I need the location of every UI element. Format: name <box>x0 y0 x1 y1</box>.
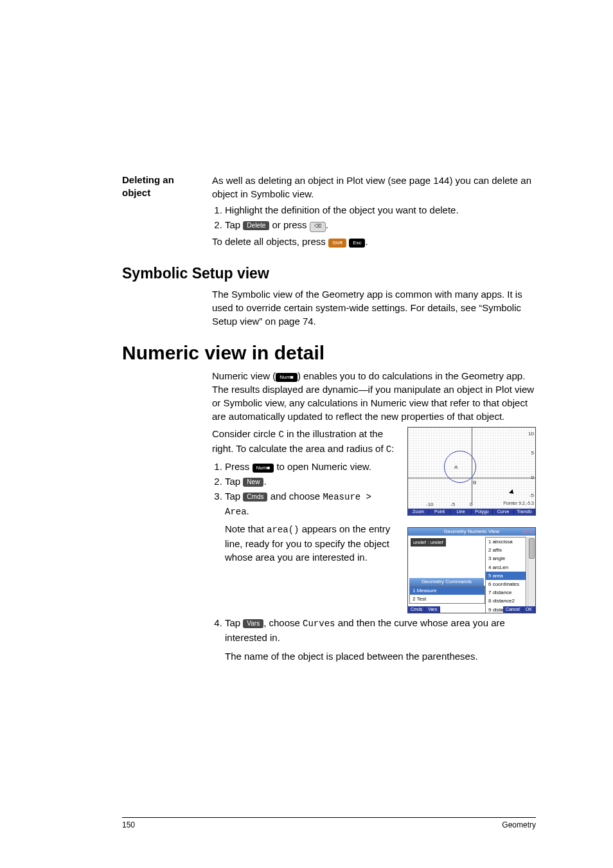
s4b: , choose <box>263 617 303 628</box>
delete-all-prefix: To delete all objects, press <box>212 236 328 247</box>
subitem-1[interactable]: 1 abscissa <box>486 538 526 546</box>
plot-circle-C <box>444 451 476 483</box>
plot-tb-point[interactable]: Point <box>429 509 450 515</box>
s2b: . <box>263 476 266 487</box>
numeric-wrap: Consider circle C in the illustration at… <box>212 427 536 613</box>
step3-note: Note that area() appears on the entry li… <box>225 522 398 564</box>
num-key-icon-2[interactable]: Num■ <box>253 464 274 473</box>
s2a: Tap <box>225 476 243 487</box>
subitem-8[interactable]: 8 distance2 <box>486 597 526 605</box>
xtick--5: -5 <box>450 501 455 508</box>
numeric-steps: Press Num■ to open Numeric view. Tap New… <box>212 460 398 564</box>
s3a: Tap <box>225 491 243 502</box>
symbolic-setup-text: The Symbolic view of the Geometry app is… <box>212 287 536 328</box>
deleting-step-1: Highlight the definition of the object y… <box>225 203 536 217</box>
bot-spacer <box>440 606 503 613</box>
numeric-body: Numeric view (Num■) enables you to do ca… <box>212 369 536 663</box>
s1a: Press <box>225 461 253 472</box>
numeric-step-3: Tap Cmds and choose Measure > Area. Note… <box>225 489 398 564</box>
bot-cmds[interactable]: Cmds <box>408 606 425 613</box>
numeric-view-screenshot: Geometry Numeric View 07:48 undef : unde… <box>407 527 536 613</box>
plot-label-A: A <box>454 464 458 471</box>
vars-softkey[interactable]: Vars <box>243 619 263 628</box>
numview-geocmds-bar: Geometry Commands <box>409 578 484 586</box>
numeric-step-1: Press Num■ to open Numeric view. <box>225 460 398 473</box>
numview-leftmenu[interactable]: 1 Measure 2 Test <box>409 586 485 604</box>
deleting-intro: As well as deleting an object in Plot vi… <box>212 174 536 201</box>
xtick-0: 0 <box>470 501 472 508</box>
numeric-step-4: Tap Vars, choose Curves and then the cur… <box>225 616 536 663</box>
leftmenu-measure[interactable]: 1 Measure <box>410 586 484 595</box>
numview-title: Geometry Numeric View <box>408 528 535 536</box>
plot-tb-curve[interactable]: Curve <box>493 509 514 515</box>
symbolic-setup-body: The Symbolic view of the Geometry app is… <box>212 287 536 328</box>
step2-or-press: or press <box>272 219 309 230</box>
numview-time: 07:48 <box>522 529 534 536</box>
page-footer: 150 Geometry <box>122 817 536 829</box>
heading-numeric-view: Numeric view in detail <box>122 342 536 364</box>
numeric-p1a: Numeric view ( <box>212 370 276 381</box>
plot-toolbar[interactable]: Zoom Point Line Polygo Curve Transfo <box>408 509 535 515</box>
subitem-4[interactable]: 4 arcLen <box>486 563 526 572</box>
curves-code: Curves <box>303 619 335 629</box>
p2a: Consider circle <box>212 428 278 439</box>
numview-submenu[interactable]: 1 abscissa 2 affix 3 angle 4 arcLen 5 ar… <box>485 537 526 613</box>
ytick-0: 0 <box>531 474 534 481</box>
subitem-5-area[interactable]: 5 area <box>486 572 526 580</box>
subitem-2[interactable]: 2 affix <box>486 546 526 554</box>
subitem-6[interactable]: 6 coordinates <box>486 580 526 588</box>
bot-ok[interactable]: OK <box>523 606 535 613</box>
s4a: Tap <box>225 617 243 628</box>
p2c: : <box>391 443 394 454</box>
plot-tb-transfo[interactable]: Transfo <box>514 509 535 515</box>
xtick--10: -10 <box>426 501 434 508</box>
subitem-7[interactable]: 7 distance <box>486 588 526 597</box>
code-C1: C <box>278 429 283 440</box>
shift-key-icon[interactable]: Shift <box>328 239 346 248</box>
footer-page-number: 150 <box>122 820 135 829</box>
bot-cancel[interactable]: Cancel <box>503 606 523 613</box>
figures: A B 10 5 0 -5 -10 -5 0 Pointer 9.2,-5.3 … <box>407 427 536 613</box>
deleting-step-2: Tap Delete or press ⌫. <box>225 218 536 232</box>
plot-pointer-readout: Pointer 9.2,-5.3 <box>503 500 534 507</box>
numeric-p2: Consider circle C in the illustration at… <box>212 427 398 456</box>
plot-view-screenshot: A B 10 5 0 -5 -10 -5 0 Pointer 9.2,-5.3 … <box>407 427 536 516</box>
step4-post: The name of the object is placed between… <box>225 649 536 663</box>
delete-softkey[interactable]: Delete <box>243 221 269 230</box>
backspace-key-icon[interactable]: ⌫ <box>310 222 326 232</box>
plot-tb-polygo[interactable]: Polygo <box>472 509 493 515</box>
deleting-steps: Highlight the definition of the object y… <box>212 203 536 232</box>
numeric-steps-cont: Tap Vars, choose Curves and then the cur… <box>212 616 536 663</box>
cmds-softkey[interactable]: Cmds <box>243 493 267 502</box>
plot-label-B: B <box>473 479 476 486</box>
numview-entry: undef : undef <box>411 538 446 547</box>
numview-botbar[interactable]: Cmds Vars Cancel OK <box>408 606 535 613</box>
area-code: area() <box>267 525 299 535</box>
code-C2: C <box>386 444 391 455</box>
ytick-5: 5 <box>531 449 534 457</box>
s3b: and choose <box>267 491 323 502</box>
footer-section-name: Geometry <box>502 820 536 829</box>
num-key-icon[interactable]: Num■ <box>276 373 298 382</box>
numeric-wrap-text: Consider circle C in the illustration at… <box>212 427 398 613</box>
leftmenu-test[interactable]: 2 Test <box>410 595 484 603</box>
numeric-step-2: Tap New. <box>225 475 398 488</box>
heading-symbolic-setup: Symbolic Setup view <box>122 265 536 282</box>
plot-tb-line[interactable]: Line <box>450 509 472 515</box>
numview-scrollbar[interactable] <box>528 537 535 606</box>
bot-vars[interactable]: Vars <box>425 606 440 613</box>
subitem-3[interactable]: 3 angle <box>486 554 526 563</box>
deleting-body: As well as deleting an object in Plot vi… <box>212 174 536 251</box>
s3d: . <box>247 505 249 516</box>
new-softkey[interactable]: New <box>243 478 263 487</box>
numeric-p1: Numeric view (Num■) enables you to do ca… <box>212 369 536 423</box>
plot-tb-zoom[interactable]: Zoom <box>408 509 429 515</box>
esc-key-icon[interactable]: Esc <box>349 239 365 248</box>
side-heading-deleting: Deleting an object <box>122 174 193 251</box>
s3na: Note that <box>225 523 267 534</box>
section-deleting-object: Deleting an object As well as deleting a… <box>122 174 536 251</box>
step2-prefix: Tap <box>225 219 243 230</box>
s1b: to open Numeric view. <box>274 461 371 472</box>
ytick--5: -5 <box>529 492 534 499</box>
ytick-10: 10 <box>528 430 534 437</box>
